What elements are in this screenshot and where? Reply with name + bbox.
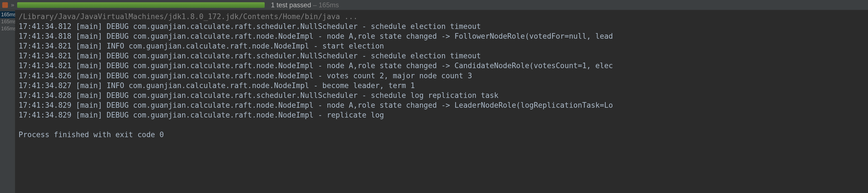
log-line: 17:41:34.821 [main] DEBUG com.guanjian.c… xyxy=(19,51,865,61)
log-line: 17:41:34.812 [main] DEBUG com.guanjian.c… xyxy=(19,22,865,31)
test-tab-icon[interactable] xyxy=(2,2,8,8)
log-line: 17:41:34.821 [main] DEBUG com.guanjian.c… xyxy=(19,61,865,71)
test-pass-count: 1 test passed xyxy=(271,1,311,9)
status-bar: » 1 test passed – 165ms xyxy=(0,0,868,10)
test-progress-bar xyxy=(17,2,265,8)
log-line: 17:41:34.818 [main] DEBUG com.guanjian.c… xyxy=(19,31,865,41)
console-output[interactable]: /Library/Java/JavaVirtualMachines/jdk1.8… xyxy=(15,10,868,193)
log-line: 17:41:34.821 [main] INFO com.guanjian.ca… xyxy=(19,41,865,51)
log-line: 17:41:34.829 [main] DEBUG com.guanjian.c… xyxy=(19,110,865,120)
test-progress-fill xyxy=(17,2,265,8)
test-elapsed-time: – 165ms xyxy=(313,1,339,9)
test-duration-badge[interactable]: 165ms xyxy=(0,18,15,25)
log-line: 17:41:34.826 [main] DEBUG com.guanjian.c… xyxy=(19,71,865,81)
main-area: 165ms 165ms 165ms /Library/Java/JavaVirt… xyxy=(0,10,868,193)
log-line: 17:41:34.827 [main] INFO com.guanjian.ca… xyxy=(19,81,865,90)
log-line: 17:41:34.829 [main] DEBUG com.guanjian.c… xyxy=(19,101,865,110)
test-tree-sidebar: 165ms 165ms 165ms xyxy=(0,10,15,193)
expand-chevrons-icon[interactable]: » xyxy=(11,1,14,8)
test-duration-badge[interactable]: 165ms xyxy=(0,25,15,32)
command-line: /Library/Java/JavaVirtualMachines/jdk1.8… xyxy=(19,12,865,22)
test-duration-badge[interactable]: 165ms xyxy=(0,11,15,18)
log-line: 17:41:34.828 [main] DEBUG com.guanjian.c… xyxy=(19,90,865,101)
blank-line xyxy=(19,120,865,130)
test-status-text: 1 test passed – 165ms xyxy=(271,1,339,9)
process-exit-line: Process finished with exit code 0 xyxy=(19,130,865,140)
